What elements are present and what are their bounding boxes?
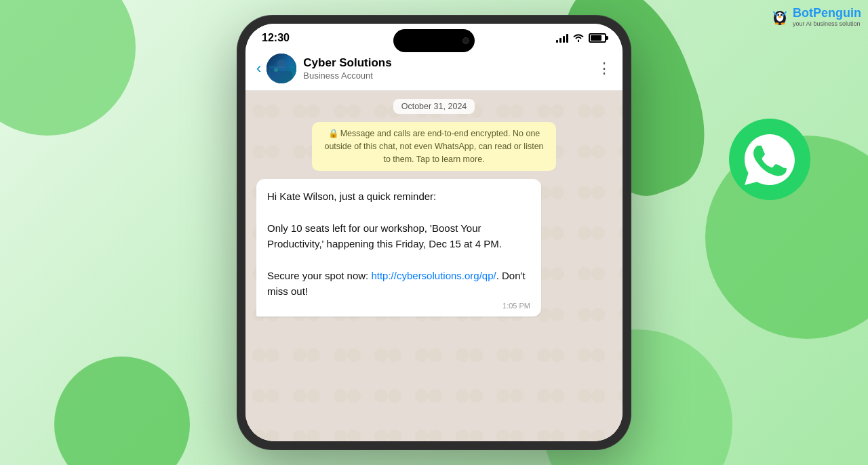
botpenguin-text: BotPenguin your AI business solution [793, 7, 861, 27]
status-time: 12:30 [262, 32, 290, 44]
message-line3: Secure your spot now: [267, 270, 371, 281]
message-line1: Hi Kate Wilson, just a quick reminder: [267, 190, 436, 202]
message-bubble: Hi Kate Wilson, just a quick reminder: O… [256, 179, 541, 317]
encryption-text: Message and calls are end-to-end encrypt… [324, 129, 543, 164]
contact-name: Cyber Solutions [303, 56, 597, 70]
contact-avatar [267, 54, 296, 83]
date-badge: October 31, 2024 [393, 99, 475, 114]
botpenguin-logo: BotPenguin your AI business solution [770, 7, 861, 27]
botpenguin-bird-icon [770, 7, 790, 27]
status-icons [556, 33, 606, 44]
svg-point-4 [781, 14, 783, 16]
contact-info: Cyber Solutions Business Account [303, 56, 597, 80]
chat-body: October 31, 2024 🔒Message and calls are … [245, 91, 623, 441]
botpenguin-name: BotPenguin [793, 7, 861, 20]
svg-point-6 [775, 22, 779, 24]
svg-rect-11 [271, 71, 292, 83]
back-button[interactable]: ‹ [256, 60, 261, 77]
wifi-icon [572, 33, 585, 44]
status-bar: 12:30 [245, 24, 623, 48]
whatsapp-icon-container [726, 115, 814, 206]
svg-point-14 [284, 66, 290, 71]
message-text: Hi Kate Wilson, just a quick reminder: O… [267, 188, 530, 299]
phone-screen: 12:30 [245, 24, 623, 441]
camera-dot [462, 37, 469, 44]
dynamic-island [393, 29, 475, 52]
avatar-image [267, 54, 296, 83]
battery-icon [589, 33, 606, 43]
lock-icon: 🔒 [328, 129, 339, 138]
avatar-inner [267, 54, 296, 83]
message-time: 1:05 PM [267, 302, 530, 310]
chat-header: ‹ [245, 48, 623, 91]
phone-body: 12:30 [237, 16, 631, 449]
phone-frame: 12:30 [237, 16, 631, 449]
encryption-notice[interactable]: 🔒Message and calls are end-to-end encryp… [312, 122, 556, 171]
whatsapp-icon [726, 115, 814, 203]
svg-point-7 [781, 22, 785, 24]
svg-point-5 [778, 16, 782, 18]
message-line2: Only 10 seats left for our workshop, 'Bo… [267, 222, 502, 249]
svg-point-3 [777, 14, 779, 16]
message-link[interactable]: http://cybersolutions.org/qp/ [371, 270, 496, 281]
battery-fill [591, 35, 601, 41]
svg-point-13 [274, 68, 278, 72]
menu-button[interactable]: ⋮ [597, 60, 612, 77]
signal-icon [556, 33, 568, 43]
botpenguin-tagline: your AI business solution [793, 20, 861, 27]
contact-status: Business Account [303, 70, 597, 81]
